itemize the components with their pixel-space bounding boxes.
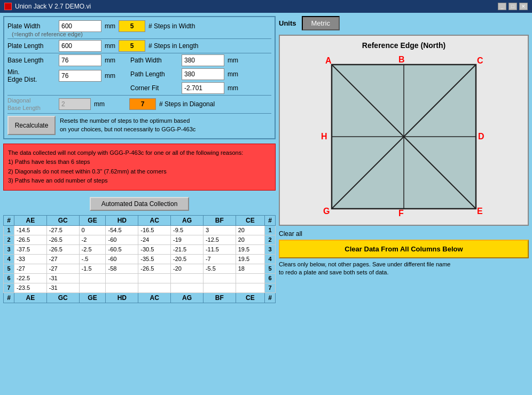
maximize-button[interactable]: □ xyxy=(508,3,517,10)
cell-ge xyxy=(79,283,106,293)
cell-num: 2 xyxy=(4,235,14,244)
col-footer-gc: GC xyxy=(46,293,79,303)
cell-num: 3 xyxy=(4,244,14,254)
path-width-row: Path Width mm xyxy=(130,54,238,66)
plate-width-input[interactable] xyxy=(59,20,101,32)
cell-hd xyxy=(106,273,138,283)
base-length-input[interactable] xyxy=(59,54,101,66)
table-row: 5-27-27-1.5-58-26.5-20-5.5185 xyxy=(4,264,276,273)
col-footer-num1: # xyxy=(4,293,14,303)
col-header-hd: HD xyxy=(106,215,138,225)
cell-hd: -60 xyxy=(106,235,138,244)
plate-length-input[interactable] xyxy=(59,40,101,52)
error-box: The data collected will not comply with … xyxy=(3,144,276,191)
diagonal-unit: mm xyxy=(94,100,105,108)
cell-bf: 3 xyxy=(203,225,236,235)
col-header-gc: GC xyxy=(46,215,79,225)
table-row: 3-37.5-26.5-2.5-60.5-30.5-21.5-11.519.53 xyxy=(4,244,276,254)
clear-data-button[interactable]: Clear Data From All Columns Below xyxy=(279,240,529,258)
col-footer-ge: GE xyxy=(79,293,106,303)
cell-num-end: 6 xyxy=(265,273,276,283)
cell-ac: -26.5 xyxy=(138,264,171,273)
cell-ce xyxy=(236,283,264,293)
minimize-button[interactable]: _ xyxy=(498,3,506,10)
table-row: 1-14.5-27.50-54.5-16.5-9.53201 xyxy=(4,225,276,235)
cell-gc: -27.5 xyxy=(46,225,79,235)
cell-ac: -30.5 xyxy=(138,244,171,254)
cell-ce: 19.5 xyxy=(236,244,264,254)
diagram-title: Reference Edge (North) xyxy=(285,41,522,50)
base-length-label: Base Length xyxy=(7,57,56,64)
path-width-label: Path Width xyxy=(130,57,178,64)
cell-hd: -60 xyxy=(106,254,138,264)
svg-text:F: F xyxy=(398,209,404,218)
cell-ge: -2.5 xyxy=(79,244,106,254)
union-jack-diagram: A B C D E F G H xyxy=(316,54,492,219)
cell-num-end: 5 xyxy=(265,264,276,273)
cell-gc: -27 xyxy=(46,264,79,273)
cell-num: 6 xyxy=(4,273,14,283)
svg-text:A: A xyxy=(325,56,332,65)
error-line-3: 2) Diagonals do not meet within 0.3" (7.… xyxy=(8,168,167,175)
cell-ce: 20 xyxy=(236,225,264,235)
cell-gc: -31 xyxy=(46,283,79,293)
col-header-num2: # xyxy=(265,215,276,225)
col-footer-ag: AG xyxy=(171,293,204,303)
path-width-input[interactable] xyxy=(182,54,224,66)
plate-length-row: Plate Length mm 5 # Steps in Length xyxy=(7,40,271,52)
close-button[interactable]: ✕ xyxy=(519,3,528,10)
path-width-unit: mm xyxy=(228,57,238,64)
cell-ae: -23.5 xyxy=(14,283,47,293)
clear-all-label: Clear all xyxy=(279,230,529,238)
svg-text:D: D xyxy=(478,132,484,141)
col-footer-bf: BF xyxy=(203,293,236,303)
min-edge-label: Min. Edge Dist. xyxy=(7,68,56,84)
cell-ag: -21.5 xyxy=(171,244,204,254)
table-row: 6-22.5-316 xyxy=(4,273,276,283)
col-header-ge: GE xyxy=(79,215,106,225)
steps-length-value: 5 xyxy=(119,40,145,52)
diagonal-row: DiagonalBase Length mm 7 # Steps in Diag… xyxy=(7,97,271,112)
plate-length-unit: mm xyxy=(105,42,115,50)
cell-ac: -16.5 xyxy=(138,225,171,235)
main-content: Plate Width mm 5 # Steps in Width (=leng… xyxy=(0,13,532,395)
cell-ag xyxy=(171,283,204,293)
cell-ae: -26.5 xyxy=(14,235,47,244)
cell-gc: -27 xyxy=(46,254,79,264)
automated-data-button[interactable]: Automated Data Collection xyxy=(90,197,190,211)
cell-num-end: 1 xyxy=(265,225,276,235)
cell-ae: -27 xyxy=(14,264,47,273)
cell-ac: -24 xyxy=(138,235,171,244)
cell-bf: -11.5 xyxy=(203,244,236,254)
col-header-ce: CE xyxy=(236,215,264,225)
cell-bf xyxy=(203,273,236,283)
recalculate-button[interactable]: Recalculate xyxy=(7,116,56,135)
steps-width-value: 5 xyxy=(119,20,145,32)
cell-gc: -26.5 xyxy=(46,235,79,244)
cell-ge: 0 xyxy=(79,225,106,235)
metric-button[interactable]: Metric xyxy=(302,16,340,30)
cell-ac: -35.5 xyxy=(138,254,171,264)
config-box: Plate Width mm 5 # Steps in Width (=leng… xyxy=(3,16,276,139)
svg-text:E: E xyxy=(477,207,483,216)
cell-ce xyxy=(236,273,264,283)
cell-ce: 19.5 xyxy=(236,254,264,264)
corner-fit-input[interactable] xyxy=(182,82,224,94)
col-footer-hd: HD xyxy=(106,293,138,303)
steps-width-label: # Steps in Width xyxy=(148,22,195,30)
min-edge-input[interactable] xyxy=(59,70,101,82)
cell-hd: -54.5 xyxy=(106,225,138,235)
cell-ac xyxy=(138,273,171,283)
path-length-input[interactable] xyxy=(182,68,224,80)
cell-ag xyxy=(171,273,204,283)
base-length-row: Base Length mm xyxy=(7,54,115,66)
steps-diagonal-label: # Steps in Diagonal xyxy=(159,100,215,108)
data-table: # AE GC GE HD AC AG BF CE # 1-14.5-27.50… xyxy=(3,215,276,303)
cell-bf xyxy=(203,283,236,293)
error-line-4: 3) Paths have an odd number of steps xyxy=(8,177,108,184)
svg-text:H: H xyxy=(321,132,327,141)
col-footer-num2: # xyxy=(265,293,276,303)
cell-ae: -14.5 xyxy=(14,225,47,235)
window-controls: _ □ ✕ xyxy=(498,3,528,10)
cell-num-end: 4 xyxy=(265,254,276,264)
